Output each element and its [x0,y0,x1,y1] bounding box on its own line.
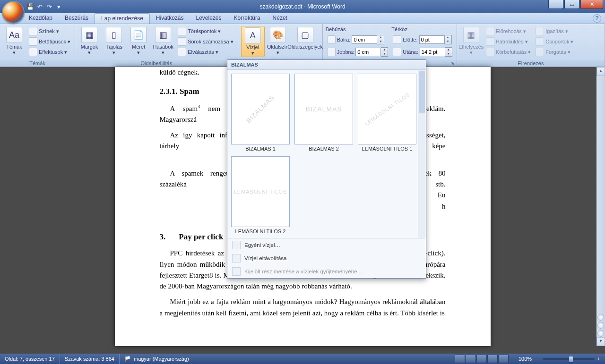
indent-left-input[interactable]: ▲▼ [352,35,384,44]
position-icon: ▦ [463,27,479,43]
fonts-icon [29,37,37,46]
zoom-slider[interactable] [543,358,595,360]
save-wm-icon [232,267,241,276]
redo-icon[interactable]: ↷ [45,3,53,10]
position-button[interactable]: ▦Elhelyezés▾ [460,26,483,56]
minimize-button[interactable]: — [548,0,563,9]
line-numbers-button[interactable]: Sorok számozása ▾ [176,36,234,47]
columns-icon: ▥ [155,27,171,43]
rotate-icon [536,48,544,56]
status-bar: Oldal: 7, összesen 17 Szavak száma: 3 86… [0,354,605,364]
gallery-scrollbar[interactable] [418,70,426,238]
watermark-option-bizalmas-1[interactable]: BIZALMAS BIZALMAS 1 [231,74,290,152]
status-language[interactable]: 🏳️magyar (Magyarország) [120,354,194,364]
watermark-icon: A [245,27,261,43]
pagecolor-icon: 🎨 [270,27,286,43]
next-page-icon[interactable] [597,330,604,337]
prev-page-icon[interactable] [597,314,604,321]
page-borders-button[interactable]: ▢Oldalszegélyek [291,26,320,51]
custom-watermark-menu[interactable]: Egyéni vízjel… [227,238,426,252]
send-backward-button[interactable]: Hátraküldés ▾ [484,36,533,47]
status-page[interactable]: Oldal: 7, összesen 17 [0,354,60,364]
remove-wm-icon [232,254,241,262]
undo-icon[interactable]: ↶ [36,3,43,10]
text-wrap-button[interactable]: Körbefuttatás ▾ [484,47,533,57]
view-buttons[interactable] [450,354,514,364]
page-color-button[interactable]: 🎨Oldalszín▾ [267,26,289,56]
theme-effects-button[interactable]: Effektusok ▾ [27,47,72,57]
save-watermark-menu: Kijelölt rész mentése a vízjelek gyűjtem… [227,265,426,278]
watermark-option-bizalmas-2[interactable]: BIZALMAS BIZALMAS 2 [294,74,353,152]
bring-forward-button[interactable]: Előrehozás ▾ [484,26,533,36]
group-arrange: ▦Elhelyezés▾ Előrehozás ▾ Hátraküldés ▾ … [457,24,605,67]
tab-page-layout[interactable]: Lap elrendezése [95,13,150,24]
zoom-level[interactable]: 100% [514,354,536,364]
space-before-input[interactable]: ▲▼ [419,35,452,44]
space-before-icon [393,35,401,44]
borders-icon: ▢ [297,27,313,43]
watermark-button[interactable]: AVízjel▾ [241,26,265,57]
vertical-scrollbar[interactable]: ▲ ▼ [596,67,605,346]
tab-references[interactable]: Hivatkozás [150,13,190,24]
help-button[interactable]: ? [593,14,601,23]
zoom-in-button[interactable]: + [597,356,600,362]
tab-home[interactable]: Kezdőlap [23,13,59,24]
theme-fonts-button[interactable]: Betűtípusok ▾ [27,36,72,47]
scroll-up-icon[interactable]: ▲ [596,67,605,76]
effects-icon [29,48,37,56]
maximize-button[interactable]: ▭ [564,0,579,9]
size-button[interactable]: 📄Méret▾ [127,26,150,56]
scroll-down-icon[interactable]: ▼ [596,337,605,346]
breaks-button[interactable]: Töréspontok ▾ [176,26,234,36]
zoom-out-button[interactable]: − [536,356,539,362]
themes-button[interactable]: Aa Témák▾ [3,26,26,56]
group-themes: Aa Témák▾ Színek ▾ Betűtípusok ▾ Effektu… [0,24,75,67]
wrap-icon [486,48,494,56]
group-page-setup: ▦Margók▾ ▯Tájolás▾ 📄Méret▾ ▥Hasábok▾ Tör… [75,24,238,67]
space-after-input[interactable]: ▲▼ [420,47,452,57]
tab-mailings[interactable]: Levelezés [190,13,228,24]
columns-button[interactable]: ▥Hasábok▾ [152,26,174,56]
group-objects-button[interactable]: Csoportok ▾ [534,36,575,47]
indent-right-icon [327,48,336,56]
window-title: szakdolgozat.odt - Microsoft Word [259,3,345,10]
paragraph-dialog-launcher[interactable]: ⬊ [450,61,456,67]
remove-watermark-menu[interactable]: Vízjel eltávolítása [227,252,426,265]
hyphen-icon [178,48,186,56]
theme-colors-button[interactable]: Színek ▾ [27,26,72,36]
margins-icon: ▦ [81,27,97,43]
orientation-icon: ▯ [106,27,122,43]
custom-wm-icon [232,241,241,249]
document-workspace: küldő cégnek. 2.3.1. Spam A spam3 nem má… [0,67,605,346]
indent-right-input[interactable]: ▲▼ [355,47,388,57]
status-word-count[interactable]: Szavak száma: 3 864 [60,354,120,364]
group-icon [536,37,544,46]
close-button[interactable]: ✕ [580,0,603,9]
rotate-button[interactable]: Forgatás ▾ [534,47,575,57]
orientation-button[interactable]: ▯Tájolás▾ [103,26,125,56]
ribbon-tabs: Kezdőlap Beszúrás Lap elrendezése Hivatk… [0,13,605,24]
hyphenation-button[interactable]: Elválasztás ▾ [176,47,234,57]
tab-view[interactable]: Nézet [267,13,294,24]
indent-left-icon [327,35,336,44]
watermark-gallery: BIZALMAS BIZALMAS BIZALMAS 1 BIZALMAS BI… [227,59,426,279]
tab-review[interactable]: Korrektúra [228,13,267,24]
size-icon: 📄 [130,27,147,43]
margins-button[interactable]: ▦Margók▾ [78,26,101,56]
align-button[interactable]: Igazítás ▾ [534,26,575,36]
themes-icon: Aa [6,27,22,43]
office-button[interactable] [2,1,25,24]
linenum-icon [178,37,186,46]
watermark-option-lemasolni-2[interactable]: LEMÁSOLNI TILOS LEMÁSOLNI TILOS 2 [231,156,290,234]
qat-more-icon[interactable]: ▾ [55,3,62,10]
browse-object-icon[interactable] [597,322,604,329]
watermark-option-lemasolni-1[interactable]: LEMÁSOLNI TILOS LEMÁSOLNI TILOS 1 [358,74,416,152]
breaks-icon [178,27,186,35]
space-after-icon [393,48,401,56]
tab-insert[interactable]: Beszúrás [59,13,95,24]
colors-icon [29,27,37,35]
quick-access-toolbar: 💾 ↶ ↷ ▾ [26,3,62,10]
align-icon [536,27,544,35]
save-icon[interactable]: 💾 [26,3,34,10]
sendback-icon [486,37,494,46]
